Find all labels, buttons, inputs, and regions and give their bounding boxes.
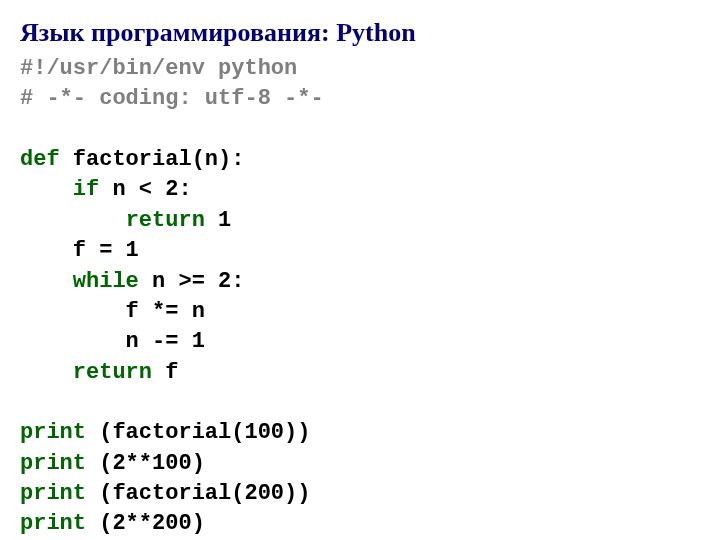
code-keyword: return bbox=[73, 360, 152, 385]
code-keyword: if bbox=[73, 177, 99, 202]
code-text: factorial(n): bbox=[60, 147, 245, 172]
code-comment: # -*- coding: utf-8 -*- bbox=[20, 86, 324, 111]
code-text: 1 bbox=[205, 208, 231, 233]
code-text: f *= n bbox=[20, 299, 205, 324]
code-text bbox=[20, 177, 73, 202]
code-text: n -= 1 bbox=[20, 329, 205, 354]
code-text: (factorial(100)) bbox=[86, 420, 310, 445]
code-text bbox=[20, 360, 73, 385]
page-title: Язык программирования: Python bbox=[20, 18, 700, 48]
code-text: (factorial(200)) bbox=[86, 481, 310, 506]
code-keyword: print bbox=[20, 420, 86, 445]
code-block: #!/usr/bin/env python # -*- coding: utf-… bbox=[20, 54, 700, 540]
code-keyword: print bbox=[20, 511, 86, 536]
code-text: (2**200) bbox=[86, 511, 205, 536]
code-text: f = 1 bbox=[20, 238, 139, 263]
code-comment: #!/usr/bin/env python bbox=[20, 56, 297, 81]
code-keyword: return bbox=[126, 208, 205, 233]
code-text: n < 2: bbox=[99, 177, 191, 202]
code-text: f bbox=[152, 360, 178, 385]
code-text: n >= 2: bbox=[139, 269, 245, 294]
code-text: (2**100) bbox=[86, 451, 205, 476]
code-keyword: while bbox=[73, 269, 139, 294]
code-text bbox=[20, 208, 126, 233]
code-keyword: def bbox=[20, 147, 60, 172]
code-keyword: print bbox=[20, 481, 86, 506]
code-keyword: print bbox=[20, 451, 86, 476]
code-text bbox=[20, 269, 73, 294]
